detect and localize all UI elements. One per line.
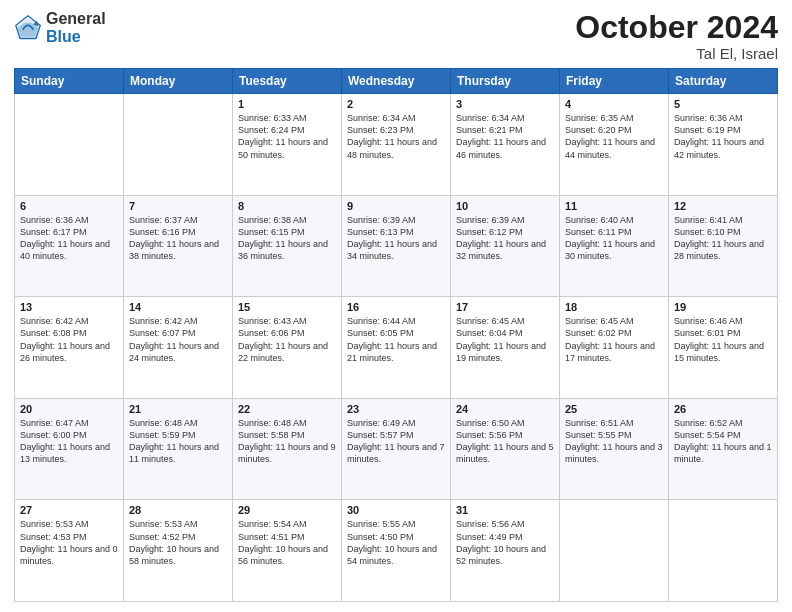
calendar-cell: 3Sunrise: 6:34 AM Sunset: 6:21 PM Daylig… [451, 94, 560, 196]
day-number: 12 [674, 200, 772, 212]
calendar-cell: 8Sunrise: 6:38 AM Sunset: 6:15 PM Daylig… [233, 195, 342, 297]
day-info: Sunrise: 6:44 AM Sunset: 6:05 PM Dayligh… [347, 315, 445, 364]
day-info: Sunrise: 6:52 AM Sunset: 5:54 PM Dayligh… [674, 417, 772, 466]
day-info: Sunrise: 6:39 AM Sunset: 6:13 PM Dayligh… [347, 214, 445, 263]
week-row-3: 13Sunrise: 6:42 AM Sunset: 6:08 PM Dayli… [15, 297, 778, 399]
day-info: Sunrise: 6:43 AM Sunset: 6:06 PM Dayligh… [238, 315, 336, 364]
day-info: Sunrise: 5:56 AM Sunset: 4:49 PM Dayligh… [456, 518, 554, 567]
calendar-cell: 30Sunrise: 5:55 AM Sunset: 4:50 PM Dayli… [342, 500, 451, 602]
day-number: 17 [456, 301, 554, 313]
calendar-cell [15, 94, 124, 196]
day-info: Sunrise: 5:54 AM Sunset: 4:51 PM Dayligh… [238, 518, 336, 567]
month-title: October 2024 [575, 10, 778, 45]
calendar-cell: 2Sunrise: 6:34 AM Sunset: 6:23 PM Daylig… [342, 94, 451, 196]
calendar-cell: 6Sunrise: 6:36 AM Sunset: 6:17 PM Daylig… [15, 195, 124, 297]
day-number: 4 [565, 98, 663, 110]
calendar-cell: 17Sunrise: 6:45 AM Sunset: 6:04 PM Dayli… [451, 297, 560, 399]
day-number: 11 [565, 200, 663, 212]
day-info: Sunrise: 6:40 AM Sunset: 6:11 PM Dayligh… [565, 214, 663, 263]
day-info: Sunrise: 6:45 AM Sunset: 6:04 PM Dayligh… [456, 315, 554, 364]
calendar-cell: 1Sunrise: 6:33 AM Sunset: 6:24 PM Daylig… [233, 94, 342, 196]
calendar-cell: 9Sunrise: 6:39 AM Sunset: 6:13 PM Daylig… [342, 195, 451, 297]
day-number: 29 [238, 504, 336, 516]
day-info: Sunrise: 5:53 AM Sunset: 4:53 PM Dayligh… [20, 518, 118, 567]
day-info: Sunrise: 6:36 AM Sunset: 6:19 PM Dayligh… [674, 112, 772, 161]
calendar-cell [560, 500, 669, 602]
day-info: Sunrise: 6:47 AM Sunset: 6:00 PM Dayligh… [20, 417, 118, 466]
calendar-cell: 24Sunrise: 6:50 AM Sunset: 5:56 PM Dayli… [451, 398, 560, 500]
calendar-cell: 4Sunrise: 6:35 AM Sunset: 6:20 PM Daylig… [560, 94, 669, 196]
day-info: Sunrise: 6:38 AM Sunset: 6:15 PM Dayligh… [238, 214, 336, 263]
day-info: Sunrise: 6:37 AM Sunset: 6:16 PM Dayligh… [129, 214, 227, 263]
location: Tal El, Israel [575, 45, 778, 62]
calendar-cell: 10Sunrise: 6:39 AM Sunset: 6:12 PM Dayli… [451, 195, 560, 297]
day-number: 19 [674, 301, 772, 313]
day-number: 2 [347, 98, 445, 110]
day-number: 16 [347, 301, 445, 313]
day-number: 18 [565, 301, 663, 313]
title-block: October 2024 Tal El, Israel [575, 10, 778, 62]
col-monday: Monday [124, 69, 233, 94]
calendar-cell: 28Sunrise: 5:53 AM Sunset: 4:52 PM Dayli… [124, 500, 233, 602]
calendar-cell [124, 94, 233, 196]
week-row-4: 20Sunrise: 6:47 AM Sunset: 6:00 PM Dayli… [15, 398, 778, 500]
day-number: 25 [565, 403, 663, 415]
day-info: Sunrise: 6:48 AM Sunset: 5:58 PM Dayligh… [238, 417, 336, 466]
day-number: 6 [20, 200, 118, 212]
col-wednesday: Wednesday [342, 69, 451, 94]
day-number: 28 [129, 504, 227, 516]
day-number: 5 [674, 98, 772, 110]
day-number: 24 [456, 403, 554, 415]
day-number: 9 [347, 200, 445, 212]
day-number: 8 [238, 200, 336, 212]
day-info: Sunrise: 6:39 AM Sunset: 6:12 PM Dayligh… [456, 214, 554, 263]
day-info: Sunrise: 6:51 AM Sunset: 5:55 PM Dayligh… [565, 417, 663, 466]
col-thursday: Thursday [451, 69, 560, 94]
day-info: Sunrise: 6:42 AM Sunset: 6:07 PM Dayligh… [129, 315, 227, 364]
calendar-cell: 23Sunrise: 6:49 AM Sunset: 5:57 PM Dayli… [342, 398, 451, 500]
calendar-cell: 14Sunrise: 6:42 AM Sunset: 6:07 PM Dayli… [124, 297, 233, 399]
day-number: 20 [20, 403, 118, 415]
col-tuesday: Tuesday [233, 69, 342, 94]
calendar-cell: 13Sunrise: 6:42 AM Sunset: 6:08 PM Dayli… [15, 297, 124, 399]
day-number: 3 [456, 98, 554, 110]
day-number: 31 [456, 504, 554, 516]
day-info: Sunrise: 5:53 AM Sunset: 4:52 PM Dayligh… [129, 518, 227, 567]
calendar-cell: 12Sunrise: 6:41 AM Sunset: 6:10 PM Dayli… [669, 195, 778, 297]
week-row-1: 1Sunrise: 6:33 AM Sunset: 6:24 PM Daylig… [15, 94, 778, 196]
day-number: 21 [129, 403, 227, 415]
logo: General Blue [14, 10, 106, 45]
day-info: Sunrise: 6:34 AM Sunset: 6:23 PM Dayligh… [347, 112, 445, 161]
day-number: 27 [20, 504, 118, 516]
calendar-cell: 27Sunrise: 5:53 AM Sunset: 4:53 PM Dayli… [15, 500, 124, 602]
calendar-cell: 7Sunrise: 6:37 AM Sunset: 6:16 PM Daylig… [124, 195, 233, 297]
calendar-cell: 25Sunrise: 6:51 AM Sunset: 5:55 PM Dayli… [560, 398, 669, 500]
calendar-cell: 26Sunrise: 6:52 AM Sunset: 5:54 PM Dayli… [669, 398, 778, 500]
day-info: Sunrise: 6:34 AM Sunset: 6:21 PM Dayligh… [456, 112, 554, 161]
day-info: Sunrise: 6:35 AM Sunset: 6:20 PM Dayligh… [565, 112, 663, 161]
day-info: Sunrise: 6:36 AM Sunset: 6:17 PM Dayligh… [20, 214, 118, 263]
day-number: 7 [129, 200, 227, 212]
day-info: Sunrise: 6:46 AM Sunset: 6:01 PM Dayligh… [674, 315, 772, 364]
calendar-cell: 21Sunrise: 6:48 AM Sunset: 5:59 PM Dayli… [124, 398, 233, 500]
calendar-cell: 15Sunrise: 6:43 AM Sunset: 6:06 PM Dayli… [233, 297, 342, 399]
logo-text: General Blue [46, 10, 106, 45]
logo-icon [14, 14, 42, 42]
day-info: Sunrise: 6:42 AM Sunset: 6:08 PM Dayligh… [20, 315, 118, 364]
day-info: Sunrise: 6:48 AM Sunset: 5:59 PM Dayligh… [129, 417, 227, 466]
calendar-cell: 11Sunrise: 6:40 AM Sunset: 6:11 PM Dayli… [560, 195, 669, 297]
calendar-cell [669, 500, 778, 602]
day-number: 14 [129, 301, 227, 313]
calendar-cell: 22Sunrise: 6:48 AM Sunset: 5:58 PM Dayli… [233, 398, 342, 500]
page: General Blue October 2024 Tal El, Israel… [0, 0, 792, 612]
calendar-cell: 5Sunrise: 6:36 AM Sunset: 6:19 PM Daylig… [669, 94, 778, 196]
calendar-table: Sunday Monday Tuesday Wednesday Thursday… [14, 68, 778, 602]
day-number: 1 [238, 98, 336, 110]
day-info: Sunrise: 6:45 AM Sunset: 6:02 PM Dayligh… [565, 315, 663, 364]
calendar-cell: 20Sunrise: 6:47 AM Sunset: 6:00 PM Dayli… [15, 398, 124, 500]
calendar-cell: 16Sunrise: 6:44 AM Sunset: 6:05 PM Dayli… [342, 297, 451, 399]
day-number: 15 [238, 301, 336, 313]
day-number: 26 [674, 403, 772, 415]
header: General Blue October 2024 Tal El, Israel [14, 10, 778, 62]
week-row-5: 27Sunrise: 5:53 AM Sunset: 4:53 PM Dayli… [15, 500, 778, 602]
